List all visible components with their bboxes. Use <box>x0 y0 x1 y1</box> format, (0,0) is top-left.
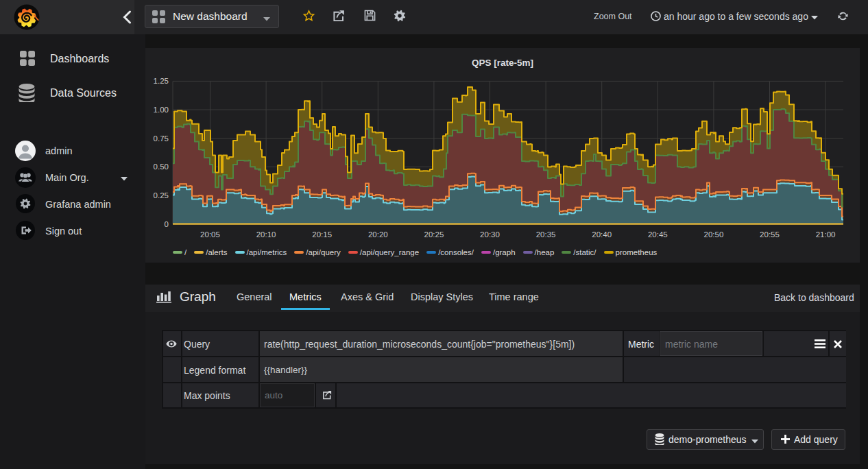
svg-text:20:50: 20:50 <box>704 230 724 239</box>
svg-text:0.25: 0.25 <box>154 191 169 200</box>
svg-text:20:05: 20:05 <box>200 230 220 239</box>
svg-text:20:40: 20:40 <box>592 230 612 239</box>
svg-text:20:30: 20:30 <box>480 230 500 239</box>
svg-text:0.50: 0.50 <box>154 163 169 171</box>
svg-text:20:25: 20:25 <box>424 230 444 239</box>
svg-text:20:10: 20:10 <box>256 230 276 239</box>
svg-text:1.25: 1.25 <box>154 77 169 85</box>
svg-text:21:00: 21:00 <box>816 230 836 239</box>
svg-text:20:15: 20:15 <box>312 230 332 239</box>
svg-text:20:35: 20:35 <box>536 230 556 239</box>
svg-text:0: 0 <box>165 220 169 228</box>
svg-text:1.00: 1.00 <box>154 106 169 114</box>
svg-text:20:55: 20:55 <box>760 230 780 239</box>
svg-text:20:45: 20:45 <box>648 230 668 239</box>
svg-text:0.75: 0.75 <box>154 134 169 143</box>
svg-text:20:20: 20:20 <box>368 230 388 239</box>
